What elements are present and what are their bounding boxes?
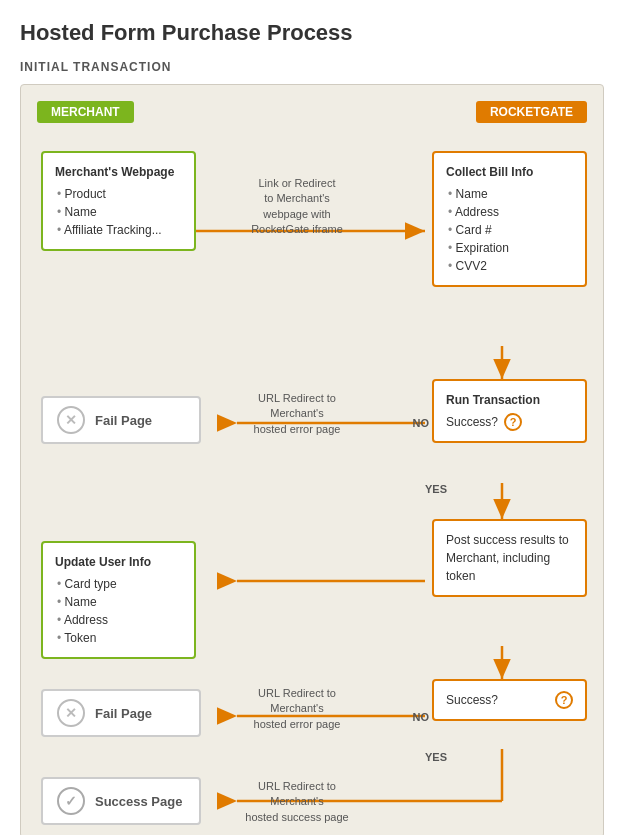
success-label: Success? bbox=[446, 413, 498, 431]
arrow-label-redirect: Link or Redirectto Merchant'swebpage wit… bbox=[237, 176, 357, 238]
fail-icon-2: ✕ bbox=[57, 699, 85, 727]
rocketgate-header: ROCKETGATE bbox=[476, 101, 587, 135]
fail-page-2-label: Fail Page bbox=[95, 706, 152, 721]
merchant-webpage-title: Merchant's Webpage bbox=[55, 163, 182, 181]
collect-bill-info-list: Name Address Card # Expiration CVV2 bbox=[446, 185, 573, 275]
merchant-webpage-box: Merchant's Webpage Product Name Affiliat… bbox=[41, 151, 196, 251]
list-item: Expiration bbox=[448, 239, 573, 257]
list-item: Name bbox=[57, 203, 182, 221]
collect-bill-info-title: Collect Bill Info bbox=[446, 163, 573, 181]
yes-label-1: YES bbox=[425, 483, 447, 495]
fail-page-2-box: ✕ Fail Page bbox=[41, 689, 201, 737]
list-item: Affiliate Tracking... bbox=[57, 221, 182, 239]
arrow-label-fail-2: URL Redirect toMerchant'shosted error pa… bbox=[237, 686, 357, 732]
update-user-info-list: Card type Name Address Token bbox=[55, 575, 182, 647]
list-item: Card type bbox=[57, 575, 182, 593]
list-item: Token bbox=[57, 629, 182, 647]
run-transaction-success: Success? ? bbox=[446, 413, 573, 431]
section-label: INITIAL TRANSACTION bbox=[20, 60, 604, 74]
success-page-box: ✓ Success Page bbox=[41, 777, 201, 825]
list-item: Name bbox=[57, 593, 182, 611]
merchant-webpage-list: Product Name Affiliate Tracking... bbox=[55, 185, 182, 239]
list-item: CVV2 bbox=[448, 257, 573, 275]
rocketgate-label: ROCKETGATE bbox=[476, 101, 587, 123]
post-success-box: Post success results to Merchant, includ… bbox=[432, 519, 587, 597]
question-icon-1: ? bbox=[504, 413, 522, 431]
diagram-inner: MERCHANT ROCKETGATE Merchant's Webpage P… bbox=[37, 101, 587, 821]
success-question-label: Success? bbox=[446, 691, 498, 709]
no-label-2: NO bbox=[413, 711, 430, 723]
update-user-info-title: Update User Info bbox=[55, 553, 182, 571]
fail-icon-1: ✕ bbox=[57, 406, 85, 434]
list-item: Name bbox=[448, 185, 573, 203]
list-item: Product bbox=[57, 185, 182, 203]
merchant-header: MERCHANT bbox=[37, 101, 134, 135]
list-item: Address bbox=[448, 203, 573, 221]
fail-page-1-box: ✕ Fail Page bbox=[41, 396, 201, 444]
run-transaction-box: Run Transaction Success? ? bbox=[432, 379, 587, 443]
success-question-box: Success? ? bbox=[432, 679, 587, 721]
arrow-label-fail-1: URL Redirect toMerchant'shosted error pa… bbox=[237, 391, 357, 437]
no-label-1: NO bbox=[413, 417, 430, 429]
page-title: Hosted Form Purchase Process bbox=[20, 20, 604, 46]
list-item: Address bbox=[57, 611, 182, 629]
collect-bill-info-box: Collect Bill Info Name Address Card # Ex… bbox=[432, 151, 587, 287]
merchant-label: MERCHANT bbox=[37, 101, 134, 123]
update-user-info-box: Update User Info Card type Name Address … bbox=[41, 541, 196, 659]
post-success-text: Post success results to Merchant, includ… bbox=[446, 531, 573, 585]
fail-page-1-label: Fail Page bbox=[95, 413, 152, 428]
list-item: Card # bbox=[448, 221, 573, 239]
run-transaction-title: Run Transaction bbox=[446, 391, 573, 409]
question-icon-2: ? bbox=[555, 691, 573, 709]
success-page-label: Success Page bbox=[95, 794, 182, 809]
arrow-label-success: URL Redirect toMerchant'shosted success … bbox=[237, 779, 357, 825]
diagram-container: MERCHANT ROCKETGATE Merchant's Webpage P… bbox=[20, 84, 604, 835]
success-icon: ✓ bbox=[57, 787, 85, 815]
yes-label-2: YES bbox=[425, 751, 447, 763]
